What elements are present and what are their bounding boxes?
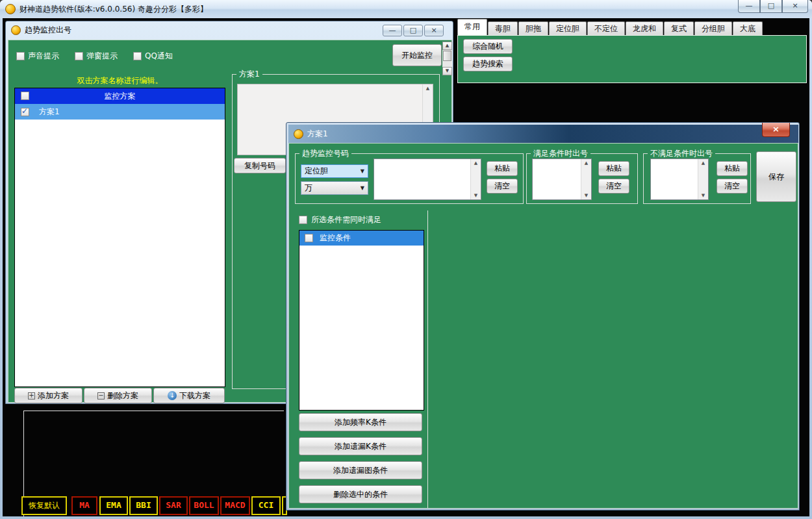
match-output-group-title: 满足条件时出号 bbox=[531, 148, 590, 159]
scrollbar-thumb[interactable] bbox=[443, 51, 451, 61]
clear-button[interactable]: 清空 bbox=[717, 179, 748, 194]
add-omission-chart-condition-button[interactable]: 添加遗漏图条件 bbox=[299, 461, 422, 479]
trend-number-group: 趋势监控号码 定位胆 ▼ 万 ▼ ▲ ▼ 粘贴 清空 bbox=[295, 153, 524, 204]
plan-row-checkbox[interactable]: ✓ bbox=[21, 108, 29, 116]
textarea-scrollbar[interactable]: ▲ ▼ bbox=[581, 159, 591, 199]
tab-budingwei[interactable]: 不定位 bbox=[587, 21, 625, 35]
save-button[interactable]: 保存 bbox=[756, 151, 796, 202]
position-value: 万 bbox=[305, 183, 312, 194]
clear-button[interactable]: 清空 bbox=[487, 179, 518, 194]
condition-header-label: 监控条件 bbox=[320, 233, 351, 244]
paste-button[interactable]: 粘贴 bbox=[598, 161, 629, 176]
monitor-window-title: 趋势监控出号 bbox=[25, 25, 71, 36]
indicator-sar[interactable]: SAR bbox=[159, 496, 188, 515]
chevron-down-icon: ▼ bbox=[361, 168, 364, 174]
close-icon[interactable]: × bbox=[424, 25, 444, 36]
main-window-title: 财神道趋势软件(版本:v6.0.0.56) 奇趣分分彩【多彩】 bbox=[19, 4, 208, 15]
scroll-down-icon[interactable]: ▼ bbox=[474, 193, 477, 198]
plan-row-label: 方案1 bbox=[39, 107, 60, 118]
popup-alert-option[interactable]: 弹窗提示 bbox=[75, 51, 118, 62]
tab-dingwei[interactable]: 定位胆 bbox=[549, 21, 587, 35]
add-omission-k-condition-button[interactable]: 添加遗漏K条件 bbox=[299, 437, 422, 455]
scroll-down-icon[interactable]: ▼ bbox=[585, 193, 588, 198]
textarea-scrollbar[interactable]: ▲ ▼ bbox=[698, 159, 708, 199]
check-icon: ✓ bbox=[21, 107, 28, 116]
match-output-group: 满足条件时出号 ▲ ▼ 粘贴 清空 bbox=[526, 153, 638, 204]
qq-notify-option[interactable]: QQ通知 bbox=[133, 51, 173, 62]
scroll-up-icon[interactable]: ▲ bbox=[474, 160, 477, 166]
plan-list-header-label: 监控方案 bbox=[15, 91, 225, 102]
plan-list-header[interactable]: 监控方案 bbox=[15, 88, 225, 104]
condition-list: 监控条件 bbox=[299, 230, 424, 411]
scroll-up-icon[interactable]: ▲ bbox=[702, 160, 705, 166]
right-panel-body: 综合随机 趋势搜索 bbox=[457, 35, 807, 83]
close-icon[interactable]: × bbox=[782, 0, 808, 13]
match-output-textarea[interactable]: ▲ ▼ bbox=[532, 158, 592, 200]
scroll-up-icon[interactable]: ▲ bbox=[442, 42, 452, 50]
add-plan-button[interactable]: + 添加方案 bbox=[14, 388, 82, 403]
tab-changyong[interactable]: 常用 bbox=[457, 19, 487, 35]
minimize-icon[interactable]: — bbox=[738, 0, 760, 13]
plan-dialog: 方案1 × 趋势监控号码 定位胆 ▼ 万 ▼ ▲ ▼ bbox=[286, 122, 800, 511]
delete-plan-button[interactable]: − 删除方案 bbox=[84, 388, 152, 403]
indicator-restore-default[interactable]: 恢复默认 bbox=[21, 496, 67, 515]
scroll-down-icon[interactable]: ▼ bbox=[442, 67, 452, 75]
play-type-dropdown[interactable]: 定位胆 ▼ bbox=[301, 164, 368, 178]
download-plan-button[interactable]: ↓ 下载方案 bbox=[153, 388, 225, 403]
indicator-macd[interactable]: MACD bbox=[220, 496, 250, 515]
tab-fushi[interactable]: 复式 bbox=[664, 21, 694, 35]
maximize-icon[interactable]: □ bbox=[760, 0, 782, 13]
maximize-icon[interactable]: □ bbox=[403, 25, 423, 36]
sound-alert-checkbox[interactable] bbox=[16, 52, 25, 60]
tab-dantuo[interactable]: 胆拖 bbox=[518, 21, 548, 35]
clear-button[interactable]: 清空 bbox=[598, 179, 629, 194]
edit-hint-text: 双击方案名称进行编辑。 bbox=[14, 75, 225, 86]
tab-longhuhe[interactable]: 龙虎和 bbox=[626, 21, 663, 35]
delete-selected-condition-button[interactable]: 删除选中的条件 bbox=[299, 485, 422, 503]
scroll-up-icon[interactable]: ▲ bbox=[585, 160, 588, 166]
tab-dudan[interactable]: 毒胆 bbox=[488, 21, 518, 35]
minimize-icon[interactable]: — bbox=[383, 25, 402, 36]
trend-numbers-textarea[interactable]: ▲ ▼ bbox=[374, 158, 481, 200]
app-icon bbox=[5, 4, 16, 14]
monitor-caption-buttons: — □ × bbox=[381, 25, 444, 36]
sound-alert-option[interactable]: 声音提示 bbox=[16, 51, 59, 62]
delete-plan-label: 删除方案 bbox=[107, 390, 138, 401]
indicator-cci[interactable]: CCI bbox=[251, 496, 281, 515]
textarea-scrollbar[interactable]: ▲ ▼ bbox=[470, 159, 481, 199]
plan-row[interactable]: ✓ 方案1 bbox=[15, 104, 225, 120]
nomatch-output-group: 不满足条件时出号 ▲ ▼ 粘贴 清空 bbox=[643, 153, 751, 204]
indicator-boll[interactable]: BOLL bbox=[189, 496, 219, 515]
scroll-up-icon[interactable]: ▲ bbox=[426, 86, 429, 91]
play-type-value: 定位胆 bbox=[305, 166, 328, 177]
copy-numbers-button[interactable]: 复制号码 bbox=[234, 158, 286, 173]
start-monitor-button[interactable]: 开始监控 bbox=[392, 44, 442, 66]
random-combo-button[interactable]: 综合随机 bbox=[463, 39, 513, 54]
condition-list-header[interactable]: 监控条件 bbox=[299, 231, 424, 246]
main-titlebar[interactable]: 财神道趋势软件(版本:v6.0.0.56) 奇趣分分彩【多彩】 bbox=[0, 0, 812, 18]
scroll-down-icon[interactable]: ▼ bbox=[702, 193, 705, 198]
same-time-checkbox[interactable] bbox=[299, 216, 307, 224]
paste-button[interactable]: 粘贴 bbox=[487, 161, 518, 176]
same-time-option[interactable]: 所选条件需同时满足 bbox=[299, 214, 381, 225]
monitor-scrollbar[interactable]: ▲ ▼ bbox=[442, 42, 452, 75]
paste-button[interactable]: 粘贴 bbox=[717, 161, 748, 176]
trend-search-button[interactable]: 趋势搜索 bbox=[463, 57, 513, 71]
dialog-titlebar[interactable]: 方案1 bbox=[288, 125, 798, 143]
nomatch-output-textarea[interactable]: ▲ ▼ bbox=[650, 158, 709, 200]
position-dropdown[interactable]: 万 ▼ bbox=[301, 181, 368, 195]
add-frequency-k-condition-button[interactable]: 添加频率K条件 bbox=[299, 413, 422, 431]
indicator-ma[interactable]: MA bbox=[71, 496, 97, 515]
tab-dadi[interactable]: 大底 bbox=[733, 21, 763, 35]
tab-fenzudan[interactable]: 分组胆 bbox=[694, 21, 732, 35]
dialog-divider bbox=[427, 210, 428, 508]
monitor-window-icon bbox=[11, 25, 21, 35]
indicator-bbi[interactable]: BBI bbox=[129, 496, 158, 515]
condition-select-all-checkbox[interactable] bbox=[305, 234, 313, 242]
qq-notify-label: QQ通知 bbox=[145, 51, 173, 62]
qq-notify-checkbox[interactable] bbox=[133, 52, 142, 60]
close-icon[interactable]: × bbox=[762, 123, 790, 137]
popup-alert-checkbox[interactable] bbox=[75, 52, 83, 60]
indicator-ema[interactable]: EMA bbox=[99, 496, 128, 515]
download-plan-label: 下载方案 bbox=[179, 390, 210, 401]
